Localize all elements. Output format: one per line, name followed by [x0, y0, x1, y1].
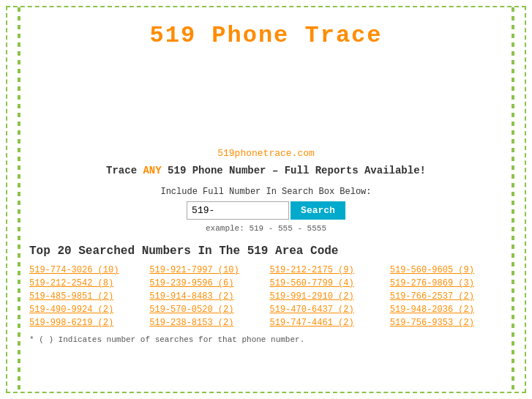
list-item[interactable]: 519-747-4461 (2) [270, 318, 383, 328]
list-item[interactable]: 519-276-9869 (3) [390, 278, 503, 288]
list-item[interactable]: 519-756-9353 (2) [390, 318, 503, 328]
search-input[interactable] [187, 201, 289, 220]
top20-title: Top 20 Searched Numbers In The 519 Area … [29, 245, 503, 258]
list-item[interactable]: 519-570-0520 (2) [149, 305, 262, 315]
search-label: Include Full Number In Search Box Below: [29, 187, 503, 197]
left-side-bar [18, 7, 20, 392]
list-item[interactable]: 519-490-9924 (2) [29, 305, 142, 315]
list-item[interactable]: 519-774-3026 (10) [29, 265, 142, 275]
ad-area [29, 60, 503, 148]
list-item[interactable]: 519-948-2036 (2) [390, 305, 503, 315]
tagline-prefix: Trace [106, 165, 143, 176]
tagline-suffix: 519 Phone Number – Full Reports Availabl… [162, 165, 426, 176]
search-button[interactable]: Search [291, 201, 345, 220]
footnote: * ( ) Indicates number of searches for t… [29, 335, 503, 344]
list-item[interactable]: 519-921-7997 (10) [149, 265, 262, 275]
example-text: example: 519 - 555 - 5555 [29, 224, 503, 233]
list-item[interactable]: 519-212-2175 (9) [270, 265, 383, 275]
search-row: Search [29, 201, 503, 220]
list-item[interactable]: 519-470-6437 (2) [270, 305, 383, 315]
list-item[interactable]: 519-212-2542 (8) [29, 278, 142, 288]
right-side-bar [512, 7, 514, 392]
list-item[interactable]: 519-991-2910 (2) [270, 291, 383, 302]
numbers-grid: 519-774-3026 (10)519-921-7997 (10)519-21… [29, 265, 503, 328]
list-item[interactable]: 519-998-6219 (2) [29, 318, 142, 328]
list-item[interactable]: 519-914-8483 (2) [149, 291, 262, 302]
list-item[interactable]: 519-766-2537 (2) [390, 291, 503, 302]
tagline: Trace ANY 519 Phone Number – Full Report… [29, 165, 503, 176]
list-item[interactable]: 519-238-8153 (2) [149, 318, 262, 328]
list-item[interactable]: 519-485-9851 (2) [29, 291, 142, 302]
list-item[interactable]: 519-560-9605 (9) [390, 265, 503, 275]
tagline-any: ANY [143, 165, 161, 176]
outer-border: 519 Phone Trace 519phonetrace.com Trace … [6, 6, 526, 393]
list-item[interactable]: 519-239-9596 (6) [149, 278, 262, 288]
page-title: 519 Phone Trace [29, 7, 503, 60]
site-url: 519phonetrace.com [29, 148, 503, 159]
list-item[interactable]: 519-560-7799 (4) [270, 278, 383, 288]
